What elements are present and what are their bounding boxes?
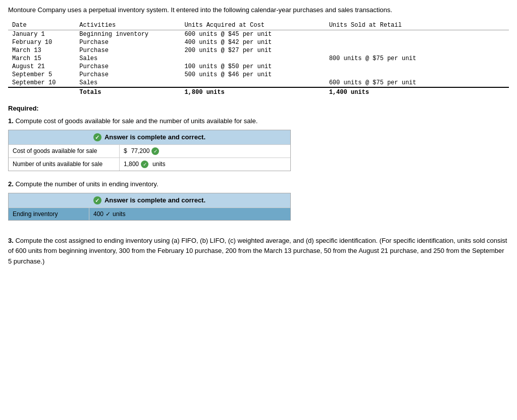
units-amount: 1,800 bbox=[124, 161, 139, 168]
units-label: Number of units available for sale bbox=[9, 158, 120, 171]
row-sold bbox=[325, 38, 509, 46]
row-activity: Purchase bbox=[75, 71, 180, 79]
required-label: Required: bbox=[8, 104, 509, 112]
ending-inv-label: Ending inventory bbox=[9, 208, 89, 220]
totals-activity: Totals bbox=[75, 87, 180, 96]
row-date: January 1 bbox=[8, 30, 75, 38]
transactions-table: Date Activities Units Acquired at Cost U… bbox=[8, 21, 509, 96]
answer-box-q2: ✓ Answer is complete and correct. Ending… bbox=[8, 193, 291, 221]
cost-value: $ 77,200 ✓ bbox=[120, 145, 290, 158]
row-activity: Beginning inventory bbox=[75, 30, 180, 38]
row-acquired bbox=[180, 55, 325, 63]
row-date: September 10 bbox=[8, 79, 75, 87]
table-row: March 13 Purchase 200 units @ $27 per un… bbox=[8, 46, 509, 55]
question-2-text: 2. Compute the number of units in ending… bbox=[8, 180, 509, 188]
row-activity: Purchase bbox=[75, 63, 180, 71]
row-sold: 800 units @ $75 per unit bbox=[325, 55, 509, 63]
row-sold bbox=[325, 71, 509, 79]
table-row: February 10 Purchase 400 units @ $42 per… bbox=[8, 38, 509, 46]
row-date: August 21 bbox=[8, 63, 75, 71]
check-icon-units: ✓ bbox=[141, 161, 148, 168]
row-sold: 600 units @ $75 per unit bbox=[325, 79, 509, 87]
row-sold bbox=[325, 46, 509, 55]
col-header-date: Date bbox=[8, 21, 75, 30]
cost-amount: 77,200 bbox=[131, 147, 150, 154]
question-1-text: 1. Compute cost of goods available for s… bbox=[8, 117, 509, 125]
check-icon-cost: ✓ bbox=[151, 147, 159, 155]
intro-text: Montoure Company uses a perpetual invent… bbox=[8, 5, 509, 15]
table-row: January 1 Beginning inventory 600 units … bbox=[8, 30, 509, 38]
row-acquired: 500 units @ $46 per unit bbox=[180, 71, 325, 79]
table-row: September 10 Sales 600 units @ $75 per u… bbox=[8, 79, 509, 87]
ending-unit: units bbox=[113, 211, 125, 218]
answer-header-q2: ✓ Answer is complete and correct. bbox=[9, 193, 290, 207]
units-value: 1,800 ✓ units bbox=[120, 158, 290, 171]
check-complete-icon-q1: ✓ bbox=[93, 133, 101, 141]
ending-inventory-row: Ending inventory 400 ✓ units bbox=[9, 207, 290, 220]
row-activity: Sales bbox=[75, 55, 180, 63]
table-row: September 5 Purchase 500 units @ $46 per… bbox=[8, 71, 509, 79]
row-acquired: 600 units @ $45 per unit bbox=[180, 30, 325, 38]
totals-label bbox=[8, 87, 75, 96]
row-activity: Sales bbox=[75, 79, 180, 87]
answer-row-cost: Cost of goods available for sale $ 77,20… bbox=[9, 144, 290, 158]
question-3-text: 3. Compute the cost assigned to ending i… bbox=[8, 236, 509, 267]
table-row: August 21 Purchase 100 units @ $50 per u… bbox=[8, 63, 509, 71]
row-activity: Purchase bbox=[75, 46, 180, 55]
row-sold bbox=[325, 30, 509, 38]
row-date: September 5 bbox=[8, 71, 75, 79]
row-acquired bbox=[180, 79, 325, 87]
row-activity: Purchase bbox=[75, 38, 180, 46]
row-date: February 10 bbox=[8, 38, 75, 46]
totals-acquired: 1,800 units bbox=[180, 87, 325, 96]
units-unit: units bbox=[152, 161, 165, 168]
ending-amount: 400 bbox=[93, 211, 104, 218]
check-complete-icon-q2: ✓ bbox=[93, 196, 101, 204]
row-date: March 15 bbox=[8, 55, 75, 63]
col-header-activities: Activities bbox=[75, 21, 180, 30]
totals-sold: 1,400 units bbox=[325, 87, 509, 96]
row-acquired: 200 units @ $27 per unit bbox=[180, 46, 325, 55]
answer-header-q1: ✓ Answer is complete and correct. bbox=[9, 130, 290, 144]
check-icon-ending: ✓ bbox=[106, 211, 111, 218]
row-sold bbox=[325, 63, 509, 71]
ending-inv-value: 400 ✓ units bbox=[89, 208, 290, 220]
col-header-acquired: Units Acquired at Cost bbox=[180, 21, 325, 30]
table-row: March 15 Sales 800 units @ $75 per unit bbox=[8, 55, 509, 63]
totals-row: Totals 1,800 units 1,400 units bbox=[8, 87, 509, 96]
row-acquired: 100 units @ $50 per unit bbox=[180, 63, 325, 71]
dollar-sign: $ bbox=[124, 147, 127, 154]
cost-label: Cost of goods available for sale bbox=[9, 145, 120, 158]
row-date: March 13 bbox=[8, 46, 75, 55]
row-acquired: 400 units @ $42 per unit bbox=[180, 38, 325, 46]
answer-row-units: Number of units available for sale 1,800… bbox=[9, 158, 290, 171]
required-section: Required: bbox=[8, 104, 509, 112]
answer-box-q1: ✓ Answer is complete and correct. Cost o… bbox=[8, 130, 291, 171]
col-header-sold: Units Sold at Retail bbox=[325, 21, 509, 30]
